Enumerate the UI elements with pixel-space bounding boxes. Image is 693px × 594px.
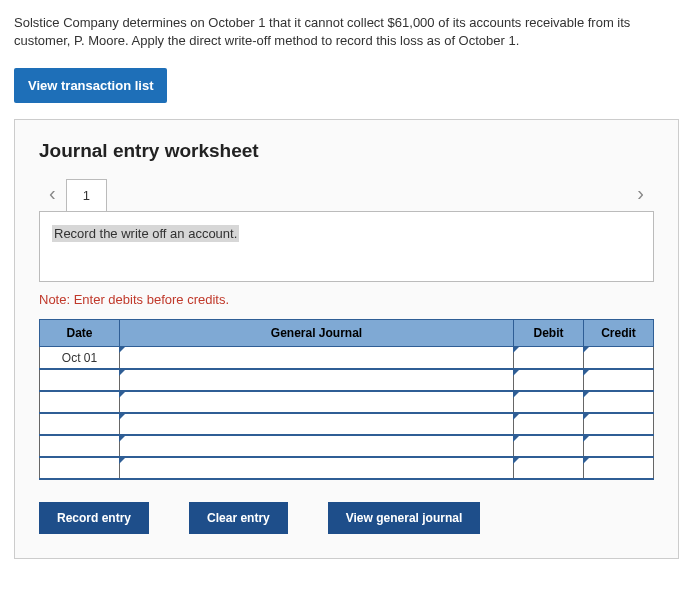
worksheet-title: Journal entry worksheet: [39, 140, 654, 162]
debit-cell[interactable]: [514, 391, 584, 413]
table-row: Oct 01: [40, 347, 654, 369]
journal-entry-worksheet: Journal entry worksheet ‹ 1 › Record the…: [14, 119, 679, 559]
col-header-debit: Debit: [514, 320, 584, 347]
credit-cell[interactable]: [584, 435, 654, 457]
tab-1[interactable]: 1: [66, 179, 107, 211]
date-cell[interactable]: [40, 391, 120, 413]
view-transaction-list-button[interactable]: View transaction list: [14, 68, 167, 103]
date-cell[interactable]: [40, 413, 120, 435]
chevron-left-icon[interactable]: ‹: [39, 176, 66, 211]
problem-text: Solstice Company determines on October 1…: [14, 14, 679, 50]
journal-table: Date General Journal Debit Credit Oct 01: [39, 319, 654, 480]
clear-entry-button[interactable]: Clear entry: [189, 502, 288, 534]
chevron-right-icon[interactable]: ›: [627, 176, 654, 211]
credit-cell[interactable]: [584, 369, 654, 391]
note-text: Note: Enter debits before credits.: [39, 292, 654, 307]
col-header-date: Date: [40, 320, 120, 347]
credit-cell[interactable]: [584, 457, 654, 479]
table-row: [40, 391, 654, 413]
credit-cell[interactable]: [584, 391, 654, 413]
general-journal-cell[interactable]: [120, 369, 514, 391]
general-journal-cell[interactable]: [120, 413, 514, 435]
date-cell[interactable]: [40, 435, 120, 457]
button-row: Record entry Clear entry View general jo…: [39, 502, 654, 534]
table-row: [40, 369, 654, 391]
instruction-box: Record the write off an account.: [39, 211, 654, 282]
instruction-text: Record the write off an account.: [52, 225, 239, 242]
credit-cell[interactable]: [584, 413, 654, 435]
general-journal-cell[interactable]: [120, 435, 514, 457]
debit-cell[interactable]: [514, 457, 584, 479]
general-journal-cell[interactable]: [120, 457, 514, 479]
debit-cell[interactable]: [514, 347, 584, 369]
record-entry-button[interactable]: Record entry: [39, 502, 149, 534]
tab-row: ‹ 1 ›: [39, 176, 654, 211]
general-journal-cell[interactable]: [120, 391, 514, 413]
table-row: [40, 413, 654, 435]
date-cell[interactable]: [40, 369, 120, 391]
col-header-general-journal: General Journal: [120, 320, 514, 347]
view-general-journal-button[interactable]: View general journal: [328, 502, 480, 534]
date-cell[interactable]: Oct 01: [40, 347, 120, 369]
col-header-credit: Credit: [584, 320, 654, 347]
table-row: [40, 435, 654, 457]
debit-cell[interactable]: [514, 369, 584, 391]
debit-cell[interactable]: [514, 413, 584, 435]
table-row: [40, 457, 654, 479]
date-cell[interactable]: [40, 457, 120, 479]
credit-cell[interactable]: [584, 347, 654, 369]
general-journal-cell[interactable]: [120, 347, 514, 369]
debit-cell[interactable]: [514, 435, 584, 457]
